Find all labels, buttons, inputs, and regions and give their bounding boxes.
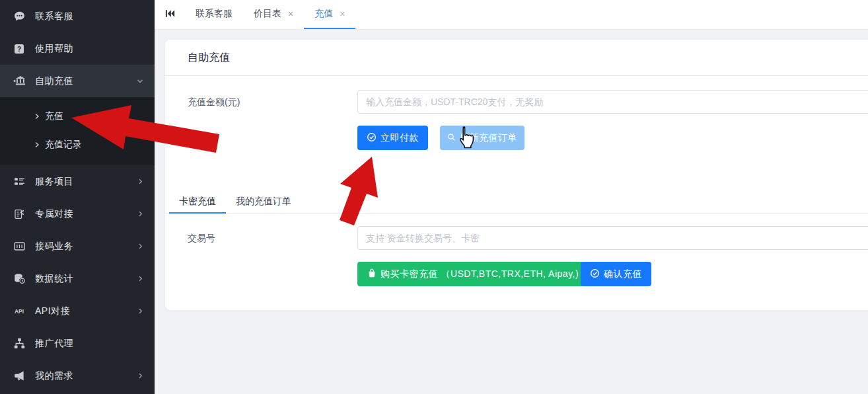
tab-label: 价目表 — [254, 8, 281, 20]
check-circle-icon — [590, 268, 600, 280]
refresh-order-button[interactable]: 刷新充值订单 — [440, 126, 524, 150]
refresh-order-label: 刷新充值订单 — [460, 132, 517, 144]
recharge-card: 自助充值 充值金额(元) 立即付款 刷新充值订单 卡密充值 我的充值订单 交易号 — [165, 40, 868, 310]
sidebar-item-help[interactable]: ? 使用帮助 — [0, 32, 155, 65]
sidebar-item-sms-service[interactable]: 接码业务 — [0, 230, 155, 262]
sms-icon — [12, 241, 26, 252]
chevron-right-icon — [137, 243, 144, 250]
subtab-my-recharge-orders[interactable]: 我的充值订单 — [226, 190, 301, 214]
sidebar-item-statistics[interactable]: 数据统计 — [0, 262, 155, 295]
page-title: 自助充值 — [188, 40, 230, 75]
sidebar-item-contact-support[interactable]: 联系客服 — [0, 0, 155, 32]
chevron-down-icon — [136, 77, 144, 85]
pay-now-button[interactable]: 立即付款 — [357, 126, 428, 150]
agent-icon — [12, 338, 26, 349]
svg-text:API: API — [15, 308, 24, 315]
sidebar-item-label: API对接 — [35, 305, 70, 317]
sidebar-submenu-recharge: 充值 充值记录 — [0, 97, 155, 165]
chevron-right-icon — [34, 141, 40, 148]
api-icon: API — [12, 306, 26, 316]
sidebar-item-label: 专属对接 — [35, 208, 73, 220]
check-circle-icon — [367, 132, 377, 144]
tab-label: 联系客服 — [196, 8, 233, 20]
help-icon: ? — [12, 44, 26, 54]
dedicated-icon — [12, 209, 26, 219]
buy-card-key-label: 购买卡密充值 （USDT,BTC,TRX,ETH, Aipay,) — [380, 268, 579, 280]
chevron-right-icon — [137, 178, 144, 185]
sidebar-item-services[interactable]: 服务项目 — [0, 165, 155, 198]
tabbar: 联系客服 价目表 × 充值 × — [155, 0, 868, 30]
recharge-amount-input[interactable] — [357, 90, 868, 114]
sidebar-item-promotion-agent[interactable]: 推广代理 — [0, 327, 155, 360]
sidebar-item-label: 数据统计 — [35, 273, 73, 285]
close-icon[interactable]: × — [340, 9, 345, 19]
tab-label: 充值 — [314, 8, 333, 20]
close-icon[interactable]: × — [288, 9, 293, 19]
chevron-right-icon — [137, 307, 144, 315]
sidebar-item-label: 使用帮助 — [35, 43, 73, 55]
sidebar-item-label: 自助充值 — [35, 75, 73, 87]
search-icon — [447, 133, 456, 143]
sidebar-subitem-recharge-history[interactable]: 充值记录 — [0, 130, 155, 159]
stats-icon — [12, 273, 26, 284]
chevron-right-icon — [137, 275, 144, 282]
deposit-icon — [12, 76, 26, 86]
card-header: 自助充值 — [165, 40, 868, 76]
services-icon — [12, 176, 26, 187]
sidebar-item-dedicated[interactable]: 专属对接 — [0, 198, 155, 230]
transaction-number-input[interactable] — [357, 226, 868, 250]
sidebar-item-label: 联系客服 — [35, 11, 73, 22]
sidebar-subitem-label: 充值 — [45, 110, 63, 122]
tab-recharge[interactable]: 充值 × — [304, 0, 355, 29]
sidebar: 联系客服 ? 使用帮助 自助充值 充值 充值记录 — [0, 0, 155, 394]
sidebar-item-label: 推广代理 — [35, 338, 73, 350]
subtab-label: 我的充值订单 — [236, 196, 291, 208]
sidebar-subitem-recharge[interactable]: 充值 — [0, 102, 155, 130]
demand-icon — [12, 370, 26, 381]
chevron-right-icon — [34, 113, 40, 120]
sidebar-item-label: 我的需求 — [35, 370, 73, 382]
chevron-right-icon — [137, 372, 144, 379]
buy-card-key-button[interactable]: 购买卡密充值 （USDT,BTC,TRX,ETH, Aipay,) — [357, 262, 589, 286]
collapse-tabs-button[interactable] — [155, 0, 185, 29]
sidebar-item-label: 服务项目 — [35, 176, 73, 188]
collapse-icon — [165, 9, 175, 20]
subtab-card-key-recharge[interactable]: 卡密充值 — [169, 190, 226, 214]
pay-now-label: 立即付款 — [380, 132, 419, 144]
confirm-recharge-label: 确认充值 — [604, 268, 642, 280]
recharge-subtabs: 卡密充值 我的充值订单 — [165, 190, 868, 214]
transaction-number-label: 交易号 — [188, 226, 215, 250]
sidebar-item-my-requests[interactable]: 我的需求 — [0, 360, 155, 392]
chat-icon — [12, 11, 26, 22]
shopping-bag-icon — [367, 268, 377, 280]
tab-price-list[interactable]: 价目表 × — [243, 0, 304, 29]
recharge-actions: 立即付款 刷新充值订单 — [357, 126, 524, 150]
sidebar-subitem-label: 充值记录 — [45, 139, 82, 151]
sidebar-item-self-recharge[interactable]: 自助充值 — [0, 65, 155, 97]
tab-contact-support[interactable]: 联系客服 — [185, 0, 243, 29]
recharge-amount-label: 充值金额(元) — [188, 90, 240, 114]
subtab-label: 卡密充值 — [179, 196, 216, 208]
sidebar-item-label: 接码业务 — [35, 241, 73, 253]
confirm-recharge-button[interactable]: 确认充值 — [581, 262, 651, 286]
sidebar-item-api[interactable]: API API对接 — [0, 295, 155, 327]
chevron-right-icon — [137, 210, 144, 217]
svg-text:?: ? — [17, 45, 21, 52]
